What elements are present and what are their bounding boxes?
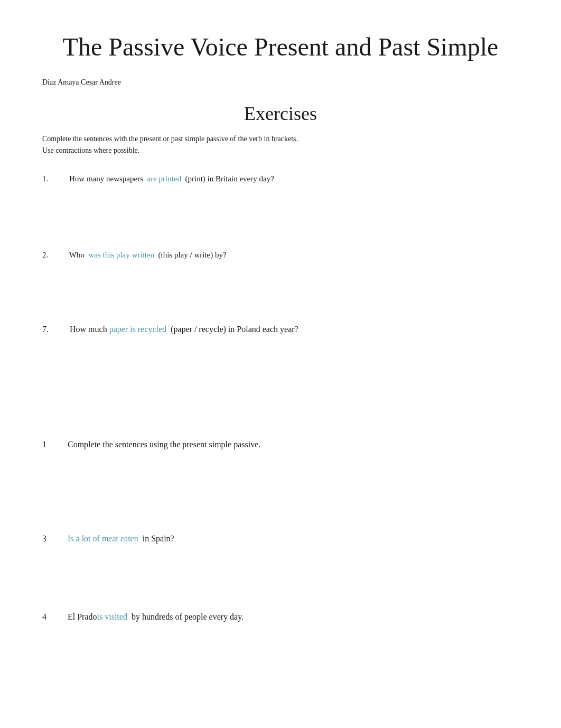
item-answer-1: are printed <box>147 174 181 183</box>
section2-number-4: 4 <box>42 612 58 622</box>
exercise-item-7: 7. How much paper is recycled (paper / r… <box>42 325 519 334</box>
item-number-7: 7. <box>42 325 58 334</box>
section2-text-1: Complete the sentences using the present… <box>61 440 260 449</box>
section2-answer-3: Is a lot of meat eaten <box>68 534 138 543</box>
section-2: 1 Complete the sentences using the prese… <box>42 440 519 622</box>
section2-item3: 3 Is a lot of meat eaten in Spain? <box>42 534 519 543</box>
section2-item4: 4 El Pradois visited by hundreds of peop… <box>42 612 519 622</box>
section2-number-3: 3 <box>42 534 58 543</box>
item-prefix-7: How much paper is recycled (paper / recy… <box>61 325 298 334</box>
item-answer-7: paper is recycled <box>109 325 166 334</box>
instructions: Complete the sentences with the present … <box>42 133 519 157</box>
author-name: Diaz Amaya Cesar Andree <box>42 78 519 87</box>
section2-number-1: 1 <box>42 440 58 449</box>
section2-content-4: El Pradois visited by hundreds of people… <box>61 612 244 622</box>
section2-answer-4: is visited <box>97 612 127 621</box>
item-number-2: 2. <box>42 248 58 261</box>
section2-content-3: Is a lot of meat eaten in Spain? <box>61 534 174 543</box>
page-title: The Passive Voice Present and Past Simpl… <box>42 32 519 62</box>
section-title: Exercises <box>42 103 519 125</box>
exercise-item-1: 1. How many newspapers are printed (prin… <box>42 172 519 185</box>
item-answer-2: was this play written <box>88 251 154 259</box>
item-prefix-2: Who was this play written (this play / w… <box>61 248 227 261</box>
item-number-1: 1. <box>42 172 58 185</box>
item-prefix-1: How many newspapers are printed (print) … <box>61 172 274 185</box>
section2-item1: 1 Complete the sentences using the prese… <box>42 440 519 449</box>
exercise-item-2: 2. Who was this play written (this play … <box>42 248 519 261</box>
